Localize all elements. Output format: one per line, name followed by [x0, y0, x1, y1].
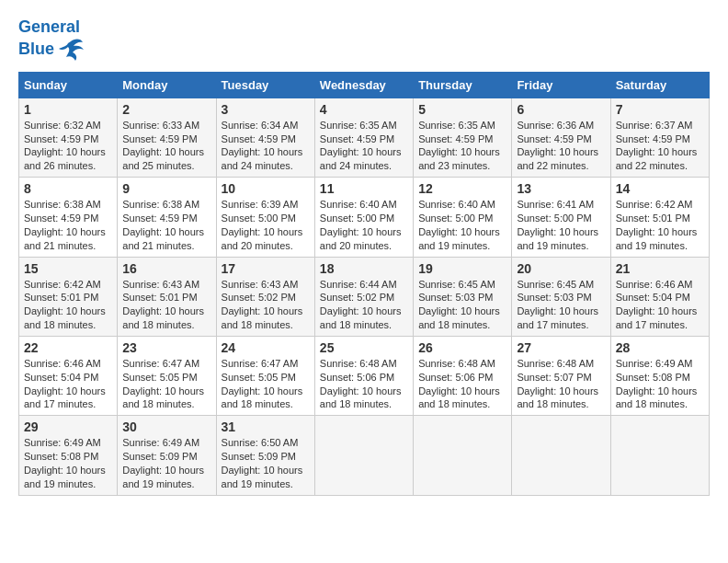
- calendar-header-row: SundayMondayTuesdayWednesdayThursdayFrid…: [19, 72, 710, 98]
- day-info: Sunrise: 6:44 AM Sunset: 5:02 PM Dayligh…: [320, 278, 408, 332]
- calendar-cell: 19Sunrise: 6:45 AM Sunset: 5:03 PM Dayli…: [414, 257, 512, 336]
- day-info: Sunrise: 6:39 AM Sunset: 5:00 PM Dayligh…: [222, 198, 310, 252]
- col-header-sunday: Sunday: [19, 72, 118, 98]
- calendar-cell: [610, 416, 709, 495]
- calendar-cell: 9Sunrise: 6:38 AM Sunset: 4:59 PM Daylig…: [118, 178, 216, 257]
- day-info: Sunrise: 6:43 AM Sunset: 5:02 PM Dayligh…: [222, 278, 310, 332]
- calendar-cell: [414, 416, 512, 495]
- calendar-cell: 15Sunrise: 6:42 AM Sunset: 5:01 PM Dayli…: [19, 257, 118, 336]
- logo-blue: Blue: [18, 40, 54, 59]
- day-number: 11: [320, 181, 408, 196]
- day-number: 4: [320, 102, 408, 117]
- col-header-friday: Friday: [512, 72, 610, 98]
- day-info: Sunrise: 6:35 AM Sunset: 4:59 PM Dayligh…: [418, 119, 506, 173]
- day-number: 21: [616, 261, 704, 276]
- day-number: 12: [418, 181, 506, 196]
- day-info: Sunrise: 6:43 AM Sunset: 5:01 PM Dayligh…: [122, 278, 210, 332]
- day-number: 29: [24, 419, 112, 434]
- day-number: 13: [517, 181, 605, 196]
- col-header-tuesday: Tuesday: [216, 72, 314, 98]
- day-number: 9: [122, 181, 210, 196]
- day-info: Sunrise: 6:45 AM Sunset: 5:03 PM Dayligh…: [418, 278, 506, 332]
- day-number: 3: [222, 102, 310, 117]
- calendar-cell: 29Sunrise: 6:49 AM Sunset: 5:08 PM Dayli…: [19, 416, 118, 495]
- day-number: 22: [24, 340, 112, 355]
- calendar-week-row: 22Sunrise: 6:46 AM Sunset: 5:04 PM Dayli…: [19, 336, 710, 415]
- calendar-cell: 11Sunrise: 6:40 AM Sunset: 5:00 PM Dayli…: [314, 178, 413, 257]
- day-number: 19: [418, 261, 506, 276]
- calendar-cell: 5Sunrise: 6:35 AM Sunset: 4:59 PM Daylig…: [414, 98, 512, 177]
- calendar-cell: 17Sunrise: 6:43 AM Sunset: 5:02 PM Dayli…: [216, 257, 314, 336]
- day-info: Sunrise: 6:50 AM Sunset: 5:09 PM Dayligh…: [222, 436, 310, 490]
- day-info: Sunrise: 6:38 AM Sunset: 4:59 PM Dayligh…: [122, 198, 210, 252]
- logo: General Blue: [18, 18, 85, 63]
- day-info: Sunrise: 6:33 AM Sunset: 4:59 PM Dayligh…: [122, 119, 210, 173]
- day-info: Sunrise: 6:49 AM Sunset: 5:08 PM Dayligh…: [24, 436, 112, 490]
- calendar-cell: 1Sunrise: 6:32 AM Sunset: 4:59 PM Daylig…: [19, 98, 118, 177]
- day-info: Sunrise: 6:48 AM Sunset: 5:07 PM Dayligh…: [517, 357, 605, 411]
- calendar-cell: 10Sunrise: 6:39 AM Sunset: 5:00 PM Dayli…: [216, 178, 314, 257]
- day-number: 30: [122, 419, 210, 434]
- calendar-cell: [512, 416, 610, 495]
- day-number: 16: [122, 261, 210, 276]
- calendar-cell: 16Sunrise: 6:43 AM Sunset: 5:01 PM Dayli…: [118, 257, 216, 336]
- day-number: 18: [320, 261, 408, 276]
- day-number: 23: [122, 340, 210, 355]
- day-number: 26: [418, 340, 506, 355]
- calendar-week-row: 15Sunrise: 6:42 AM Sunset: 5:01 PM Dayli…: [19, 257, 710, 336]
- day-info: Sunrise: 6:34 AM Sunset: 4:59 PM Dayligh…: [222, 119, 310, 173]
- day-number: 5: [418, 102, 506, 117]
- page-header: General Blue: [18, 18, 710, 63]
- calendar-week-row: 8Sunrise: 6:38 AM Sunset: 4:59 PM Daylig…: [19, 178, 710, 257]
- day-number: 1: [24, 102, 112, 117]
- calendar-cell: 13Sunrise: 6:41 AM Sunset: 5:00 PM Dayli…: [512, 178, 610, 257]
- day-number: 7: [616, 102, 704, 117]
- day-info: Sunrise: 6:41 AM Sunset: 5:00 PM Dayligh…: [517, 198, 605, 252]
- calendar-cell: 27Sunrise: 6:48 AM Sunset: 5:07 PM Dayli…: [512, 336, 610, 415]
- day-info: Sunrise: 6:40 AM Sunset: 5:00 PM Dayligh…: [418, 198, 506, 252]
- calendar-cell: 6Sunrise: 6:36 AM Sunset: 4:59 PM Daylig…: [512, 98, 610, 177]
- day-info: Sunrise: 6:40 AM Sunset: 5:00 PM Dayligh…: [320, 198, 408, 252]
- calendar-cell: 8Sunrise: 6:38 AM Sunset: 4:59 PM Daylig…: [19, 178, 118, 257]
- day-info: Sunrise: 6:48 AM Sunset: 5:06 PM Dayligh…: [418, 357, 506, 411]
- day-number: 25: [320, 340, 408, 355]
- calendar-cell: 24Sunrise: 6:47 AM Sunset: 5:05 PM Dayli…: [216, 336, 314, 415]
- logo-bird-icon: [57, 37, 85, 63]
- day-number: 8: [24, 181, 112, 196]
- calendar-cell: 26Sunrise: 6:48 AM Sunset: 5:06 PM Dayli…: [414, 336, 512, 415]
- logo-general: General: [18, 17, 80, 36]
- day-info: Sunrise: 6:47 AM Sunset: 5:05 PM Dayligh…: [222, 357, 310, 411]
- calendar-cell: 7Sunrise: 6:37 AM Sunset: 4:59 PM Daylig…: [610, 98, 709, 177]
- calendar-cell: 4Sunrise: 6:35 AM Sunset: 4:59 PM Daylig…: [314, 98, 413, 177]
- calendar-cell: 23Sunrise: 6:47 AM Sunset: 5:05 PM Dayli…: [118, 336, 216, 415]
- calendar-cell: 12Sunrise: 6:40 AM Sunset: 5:00 PM Dayli…: [414, 178, 512, 257]
- calendar-cell: 21Sunrise: 6:46 AM Sunset: 5:04 PM Dayli…: [610, 257, 709, 336]
- calendar-cell: 20Sunrise: 6:45 AM Sunset: 5:03 PM Dayli…: [512, 257, 610, 336]
- day-info: Sunrise: 6:49 AM Sunset: 5:08 PM Dayligh…: [616, 357, 704, 411]
- day-info: Sunrise: 6:45 AM Sunset: 5:03 PM Dayligh…: [517, 278, 605, 332]
- col-header-monday: Monday: [118, 72, 216, 98]
- day-number: 24: [222, 340, 310, 355]
- day-info: Sunrise: 6:46 AM Sunset: 5:04 PM Dayligh…: [616, 278, 704, 332]
- day-number: 15: [24, 261, 112, 276]
- day-info: Sunrise: 6:32 AM Sunset: 4:59 PM Dayligh…: [24, 119, 112, 173]
- calendar-week-row: 1Sunrise: 6:32 AM Sunset: 4:59 PM Daylig…: [19, 98, 710, 177]
- day-info: Sunrise: 6:49 AM Sunset: 5:09 PM Dayligh…: [122, 436, 210, 490]
- day-info: Sunrise: 6:48 AM Sunset: 5:06 PM Dayligh…: [320, 357, 408, 411]
- calendar-cell: 2Sunrise: 6:33 AM Sunset: 4:59 PM Daylig…: [118, 98, 216, 177]
- calendar-cell: 28Sunrise: 6:49 AM Sunset: 5:08 PM Dayli…: [610, 336, 709, 415]
- day-info: Sunrise: 6:42 AM Sunset: 5:01 PM Dayligh…: [24, 278, 112, 332]
- day-number: 28: [616, 340, 704, 355]
- day-number: 6: [517, 102, 605, 117]
- day-info: Sunrise: 6:35 AM Sunset: 4:59 PM Dayligh…: [320, 119, 408, 173]
- calendar-cell: 31Sunrise: 6:50 AM Sunset: 5:09 PM Dayli…: [216, 416, 314, 495]
- calendar-week-row: 29Sunrise: 6:49 AM Sunset: 5:08 PM Dayli…: [19, 416, 710, 495]
- day-info: Sunrise: 6:46 AM Sunset: 5:04 PM Dayligh…: [24, 357, 112, 411]
- calendar-cell: 30Sunrise: 6:49 AM Sunset: 5:09 PM Dayli…: [118, 416, 216, 495]
- day-number: 2: [122, 102, 210, 117]
- day-number: 27: [517, 340, 605, 355]
- day-number: 31: [222, 419, 310, 434]
- calendar-cell: 18Sunrise: 6:44 AM Sunset: 5:02 PM Dayli…: [314, 257, 413, 336]
- day-info: Sunrise: 6:37 AM Sunset: 4:59 PM Dayligh…: [616, 119, 704, 173]
- calendar-cell: [314, 416, 413, 495]
